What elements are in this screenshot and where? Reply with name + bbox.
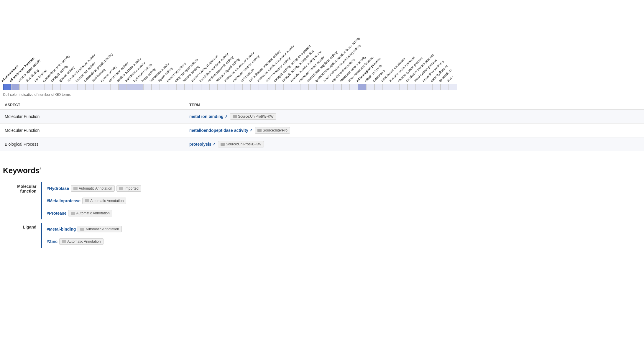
- badge-text: Automatic Annotation: [67, 239, 101, 244]
- term-cell: metalloendopeptidase activity ↗Source:In…: [185, 124, 644, 137]
- color-cell: [135, 84, 143, 90]
- keyword-terms-cell: #HydrolaseAutomatic AnnotationImported: [42, 182, 180, 195]
- color-cell: [267, 84, 275, 90]
- keyword-term-link[interactable]: #Metalloprotease: [47, 198, 80, 203]
- source-text: Source:UniProtKB-KW: [238, 114, 274, 119]
- color-cell: [333, 84, 341, 90]
- color-cell: [102, 84, 110, 90]
- color-cell: [408, 84, 416, 90]
- keywords-superscript: i: [40, 166, 41, 171]
- source-text: Source:InterPro: [263, 128, 288, 132]
- color-cell: [234, 84, 242, 90]
- color-cell: [251, 84, 259, 90]
- color-cell: [226, 84, 234, 90]
- source-badge: Source:UniProtKB-KW: [218, 141, 264, 147]
- color-cell: [119, 84, 127, 90]
- go-term-link[interactable]: metalloendopeptidase activity ↗: [189, 128, 252, 133]
- annotation-badge: Automatic Annotation: [78, 226, 121, 232]
- flag-icon: [221, 143, 225, 146]
- keywords-title: Keywordsi: [3, 166, 641, 175]
- color-cell: [152, 84, 160, 90]
- flag-icon: [119, 187, 123, 190]
- color-cell: [441, 84, 449, 90]
- term-cell: proteolysis ↗Source:UniProtKB-KW: [185, 137, 644, 151]
- col-aspect: ASPECT: [0, 100, 185, 110]
- keywords-table: Molecularfunction#HydrolaseAutomatic Ann…: [3, 182, 180, 248]
- color-cell: [168, 84, 176, 90]
- color-cell: [11, 84, 19, 90]
- go-term-link[interactable]: proteolysis ↗: [189, 142, 216, 147]
- annotation-badge: Imported: [116, 185, 141, 192]
- annotation-badge: Automatic Annotation: [59, 238, 103, 245]
- color-cell: [19, 84, 28, 90]
- keyword-category: Ligand: [3, 223, 42, 248]
- external-link-icon: ↗: [225, 114, 228, 119]
- aspect-cell: Molecular Function: [0, 110, 185, 124]
- color-cell: [52, 84, 61, 90]
- col-label: all annotations: [3, 12, 11, 83]
- color-cell: [127, 84, 135, 90]
- badge-text: Automatic Annotation: [79, 186, 112, 190]
- keyword-terms-cell: #Metal-bindingAutomatic Annotation: [42, 223, 180, 235]
- color-cell: [160, 84, 168, 90]
- source-badge: Source:UniProtKB-KW: [230, 113, 276, 120]
- keyword-term-link[interactable]: #Zinc: [47, 239, 58, 244]
- color-cell: [77, 84, 86, 90]
- aspect-cell: Biological Process: [0, 137, 185, 151]
- color-cell: [284, 84, 292, 90]
- keywords-section: Keywordsi Molecularfunction#HydrolaseAut…: [0, 160, 644, 257]
- color-cell: [366, 84, 374, 90]
- color-cell: [391, 84, 399, 90]
- color-cell: [317, 84, 325, 90]
- go-term-link[interactable]: metal ion binding ↗: [189, 114, 228, 119]
- keyword-spacer-row: [3, 219, 180, 223]
- keyword-terms-cell: #ZincAutomatic Annotation: [42, 235, 180, 248]
- color-cell: [44, 84, 52, 90]
- color-cell: [399, 84, 408, 90]
- flag-icon: [73, 187, 78, 190]
- annotation-badge: Automatic Annotation: [82, 198, 126, 204]
- term-line: #ZincAutomatic Annotation: [47, 237, 175, 246]
- keyword-term-link[interactable]: #Protease: [47, 211, 67, 216]
- badge-text: Automatic Annotation: [90, 199, 124, 203]
- term-line: #HydrolaseAutomatic AnnotationImported: [47, 184, 175, 193]
- keyword-terms-cell: #ProteaseAutomatic Annotation: [42, 207, 180, 219]
- heatmap-columns: all annotationsall molecular functionvir…: [3, 12, 641, 83]
- color-cell: [259, 84, 267, 90]
- color-cell: [358, 84, 366, 90]
- keyword-terms-cell: #MetalloproteaseAutomatic Annotation: [42, 195, 180, 207]
- color-cell: [201, 84, 209, 90]
- flag-icon: [85, 199, 89, 202]
- term-line: #MetalloproteaseAutomatic Annotation: [47, 196, 175, 205]
- color-cell: [449, 84, 457, 90]
- color-cell: [242, 84, 251, 90]
- keyword-term-link[interactable]: #Metal-binding: [47, 227, 76, 231]
- flag-icon: [62, 240, 66, 243]
- color-cell: [28, 84, 36, 90]
- color-cell: [341, 84, 350, 90]
- keyword-term-link[interactable]: #Hydrolase: [47, 186, 69, 191]
- aspect-cell: Molecular Function: [0, 124, 185, 137]
- color-cell: [69, 84, 77, 90]
- color-cell: [185, 84, 193, 90]
- color-cell: [416, 84, 424, 90]
- flag-icon: [233, 115, 237, 118]
- color-cell: [36, 84, 44, 90]
- heatmap-header: all annotationsall molecular functionvir…: [0, 0, 644, 83]
- flag-icon: [257, 129, 262, 132]
- color-cell: [308, 84, 317, 90]
- badge-text: Automatic Annotation: [86, 227, 119, 231]
- color-cell: [3, 84, 11, 90]
- color-cell: [176, 84, 185, 90]
- term-line: #Metal-bindingAutomatic Annotation: [47, 225, 175, 234]
- keyword-row: Ligand#Metal-bindingAutomatic Annotation: [3, 223, 180, 235]
- keywords-title-text: Keywords: [3, 166, 40, 175]
- source-text: Source:UniProtKB-KW: [226, 142, 262, 146]
- color-cell: [110, 84, 119, 90]
- annotation-badge: Automatic Annotation: [68, 210, 112, 216]
- source-badge: Source:InterPro: [255, 127, 290, 134]
- color-cell: [61, 84, 69, 90]
- keyword-category: Molecularfunction: [3, 182, 42, 219]
- badge-text: Automatic Annotation: [76, 211, 109, 215]
- external-link-icon: ↗: [249, 128, 252, 132]
